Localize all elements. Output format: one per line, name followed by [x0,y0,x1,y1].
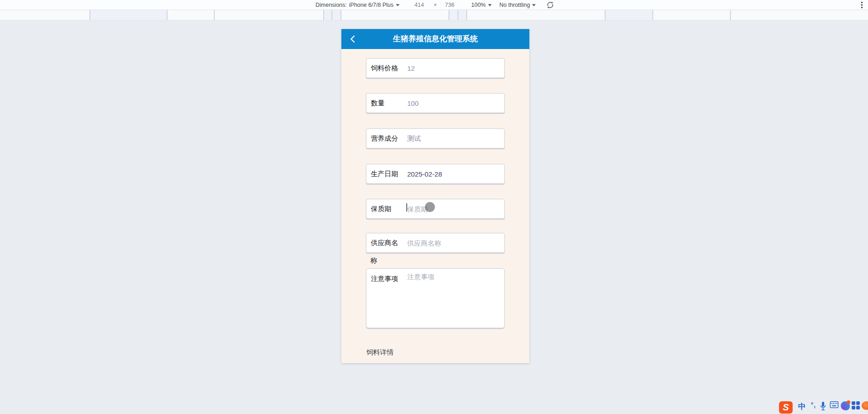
zoom-level-value: 100% [471,2,486,8]
devtools-device-toolbar: Dimensions: iPhone 6/7/8 Plus 414 × 736 … [0,0,868,10]
field-production-date[interactable]: 生产日期 [366,164,505,184]
keyboard-glyph [830,401,838,408]
shelf-life-input[interactable] [407,199,500,218]
chevron-down-icon [532,4,536,6]
keyboard-icon[interactable] [830,401,838,410]
field-feed-price[interactable]: 饲料价格 [366,58,505,78]
field-label: 营养成分 [371,134,398,143]
times-glyph: × [434,2,437,8]
throttling-value: No throttling [499,2,530,8]
media-query-segment[interactable] [605,10,652,20]
text-caret [406,203,407,212]
field-notes[interactable]: 注意事项 [366,268,505,328]
app-header: 生猪养殖信息化管理系统 [341,29,529,49]
nutrition-input[interactable] [407,129,500,148]
ime-tray: S 中 °, [772,399,868,414]
feed-price-input[interactable] [407,59,500,78]
dimension-separator: × [434,0,437,10]
emoji-icon[interactable] [862,401,868,410]
notes-textarea[interactable] [407,273,500,325]
chevron-down-icon [488,4,492,6]
chevron-down-icon [396,4,399,6]
rotate-icon [546,1,554,9]
zoom-select[interactable]: 100% [471,0,492,10]
field-label: 供应商名 [371,239,398,247]
viewport-width-value: 414 [414,2,424,8]
chinese-mode-icon[interactable]: 中 [798,401,806,412]
field-label: 数量 [371,99,385,108]
punctuation-mode-icon[interactable]: °, [811,401,816,409]
supplier-label-overflow: 称 [370,256,377,265]
field-label: 生产日期 [371,170,398,178]
viewport-width-field[interactable]: 414 [414,0,424,10]
dimensions-label: Dimensions: [316,2,347,8]
production-date-input[interactable] [407,164,500,183]
field-label: 注意事项 [371,275,398,283]
supplier-name-input[interactable] [407,233,500,252]
microphone-glyph [820,401,826,411]
feed-detail-caption: 饲料详情 [366,348,394,357]
more-options-button[interactable] [858,1,865,9]
quantity-input[interactable] [407,94,500,113]
microphone-icon[interactable] [820,401,826,413]
viewport-height-value: 736 [445,2,454,8]
viewport-height-field[interactable]: 736 [445,0,454,10]
page-title: 生猪养殖信息化管理系统 [341,29,529,49]
field-nutrition[interactable]: 营养成分 [366,128,505,148]
kebab-menu-icon [858,1,865,9]
phone-viewport: 生猪养殖信息化管理系统 饲料价格 数量 营养成分 生产日期 保质期 供应商名 称… [341,29,529,363]
field-label: 保质期 [371,205,391,213]
media-query-bar[interactable] [0,10,868,20]
media-query-segment[interactable] [89,10,167,20]
field-shelf-life[interactable]: 保质期 [366,199,505,219]
field-supplier-name[interactable]: 供应商名 [366,233,505,253]
sogou-pet-icon[interactable] [841,401,850,410]
sogou-logo-icon[interactable]: S [779,401,793,414]
toolbox-grid-icon[interactable] [852,401,859,409]
field-quantity[interactable]: 数量 [366,93,505,113]
field-label: 饲料价格 [371,64,398,73]
throttling-select[interactable]: No throttling [499,0,536,10]
rotate-device-button[interactable] [546,1,554,9]
device-name: iPhone 6/7/8 Plus [349,2,394,8]
device-select[interactable]: Dimensions: iPhone 6/7/8 Plus [316,0,399,10]
touch-cursor [425,202,435,212]
